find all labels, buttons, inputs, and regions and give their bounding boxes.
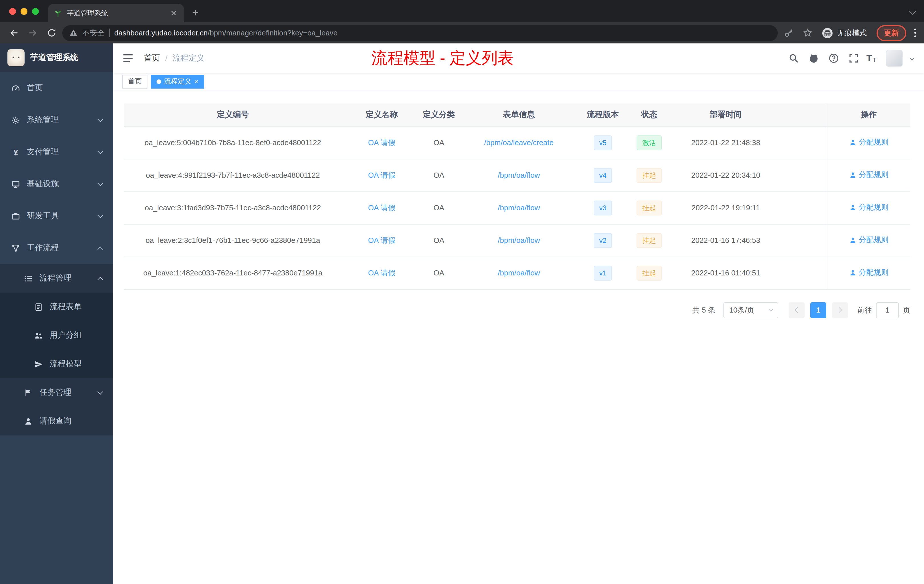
tag-home[interactable]: 首页 — [122, 74, 147, 88]
definition-category: OA — [422, 159, 456, 191]
fullscreen-button[interactable] — [846, 51, 861, 66]
sidebar-item-leave-query[interactable]: 请假查询 — [0, 407, 113, 436]
bookmark-button[interactable] — [799, 25, 815, 41]
definition-name-cell: OA 请假 — [342, 191, 422, 224]
definition-name-link[interactable]: OA 请假 — [368, 171, 395, 179]
avatar-caret-icon[interactable] — [910, 55, 914, 60]
assign-rule-link[interactable]: 分配规则 — [849, 137, 889, 148]
chevron-down-icon — [769, 307, 774, 312]
sidebar-item-label: 请假查询 — [40, 416, 71, 426]
sidebar-item-infra[interactable]: 基础设施 — [0, 168, 113, 200]
sidebar-item-task-mgmt[interactable]: 任务管理 — [0, 378, 113, 407]
sidebar-item-devtools[interactable]: 研发工具 — [0, 200, 113, 232]
screen: 芋道管理系统 不安全 dashboard.yudao.iocoder.cn/bp… — [0, 0, 924, 584]
pagination-total: 共 5 条 — [692, 305, 715, 315]
deploy-time: 2022-01-22 20:34:10 — [674, 159, 777, 191]
sidebar-item-label: 研发工具 — [27, 211, 59, 221]
col-deploy-time: 部署时间 — [674, 104, 777, 126]
page-number-button[interactable]: 1 — [810, 302, 826, 318]
assign-rule-link[interactable]: 分配规则 — [849, 170, 889, 180]
version-cell: v5 — [582, 126, 624, 159]
form-icon — [34, 303, 43, 311]
definition-name-link[interactable]: OA 请假 — [368, 138, 395, 147]
assign-rule-link[interactable]: 分配规则 — [849, 268, 889, 278]
next-page-button[interactable] — [832, 302, 848, 318]
sidebar-item-system[interactable]: 系统管理 — [0, 104, 113, 136]
browser-menu-button[interactable] — [914, 28, 916, 38]
user-avatar[interactable] — [886, 50, 903, 67]
sidebar-item-home[interactable]: 首页 — [0, 72, 113, 104]
form-info-link[interactable]: /bpm/oa/flow — [498, 236, 540, 244]
password-key-button[interactable] — [780, 25, 797, 41]
reload-button[interactable] — [43, 25, 59, 41]
back-button[interactable] — [6, 25, 22, 41]
help-button[interactable] — [826, 51, 841, 66]
version-cell: v3 — [582, 191, 624, 224]
tags-view-bar: 首页 流程定义 × — [113, 73, 924, 90]
sidebar-item-user-group[interactable]: 用户分组 — [0, 321, 113, 350]
definition-name-link[interactable]: OA 请假 — [368, 203, 395, 212]
close-tab-icon[interactable] — [169, 8, 178, 18]
goto-page-input[interactable] — [876, 302, 899, 318]
sidebar-item-payment[interactable]: ¥ 支付管理 — [0, 136, 113, 168]
address-bar[interactable]: 不安全 dashboard.yudao.iocoder.cn/bpm/manag… — [62, 25, 778, 41]
new-tab-button[interactable] — [187, 5, 203, 21]
sidebar-item-label: 流程表单 — [50, 302, 82, 312]
assign-rule-link[interactable]: 分配规则 — [849, 235, 889, 246]
form-info-link[interactable]: /bpm/oa/flow — [498, 269, 540, 277]
page-title: 流程模型 - 定义列表 — [371, 48, 514, 69]
search-button[interactable] — [786, 51, 801, 66]
page-size-select[interactable]: 10条/页 — [723, 302, 778, 318]
yen-icon: ¥ — [12, 148, 20, 156]
table-header-row: 定义编号 定义名称 定义分类 表单信息 流程版本 状态 部署时间 操作 — [124, 104, 910, 126]
form-info-link[interactable]: /bpm/oa/leave/create — [484, 138, 554, 147]
sidebar-logo[interactable]: 芋道管理系统 — [0, 43, 113, 72]
minimize-window-button[interactable] — [21, 8, 27, 15]
form-info-link[interactable]: /bpm/oa/flow — [498, 203, 540, 212]
url-domain: dashboard.yudao.iocoder.cn — [114, 28, 208, 37]
definition-category: OA — [422, 191, 456, 224]
form-info-cell: /bpm/oa/flow — [456, 224, 582, 257]
status-cell: 挂起 — [624, 159, 674, 191]
status-cell: 挂起 — [624, 257, 674, 289]
definition-name-cell: OA 请假 — [342, 257, 422, 289]
status-badge: 挂起 — [637, 200, 662, 215]
flag-icon — [24, 388, 33, 397]
chevron-down-icon — [97, 148, 103, 154]
definition-name-link[interactable]: OA 请假 — [368, 236, 395, 244]
user-group-icon — [34, 331, 43, 340]
assign-rule-link[interactable]: 分配规则 — [849, 203, 889, 213]
sidebar-item-process-model[interactable]: 流程模型 — [0, 350, 113, 378]
sidebar-item-process-form[interactable]: 流程表单 — [0, 292, 113, 321]
close-tag-icon[interactable]: × — [194, 78, 198, 85]
sidebar-item-label: 任务管理 — [40, 388, 71, 398]
github-button[interactable] — [806, 51, 821, 66]
hamburger-icon — [122, 53, 134, 63]
workflow-icon — [12, 244, 20, 252]
sidebar-toggle-button[interactable] — [122, 52, 135, 64]
maximize-window-button[interactable] — [32, 8, 39, 15]
col-process-version: 流程版本 — [582, 104, 624, 126]
tab-search-chevron-icon[interactable] — [909, 8, 916, 15]
definition-table: 定义编号 定义名称 定义分类 表单信息 流程版本 状态 部署时间 操作 oa_l… — [124, 104, 910, 289]
forward-button[interactable] — [25, 25, 41, 41]
tag-process-definition[interactable]: 流程定义 × — [151, 74, 204, 88]
version-badge: v4 — [594, 168, 612, 183]
person-icon — [849, 139, 856, 146]
font-size-button[interactable]: TT — [866, 54, 876, 63]
github-icon — [808, 53, 819, 63]
deploy-time: 2022-01-22 21:48:38 — [674, 126, 777, 159]
form-info-cell: /bpm/oa/flow — [456, 191, 582, 224]
form-info-link[interactable]: /bpm/oa/flow — [498, 171, 540, 180]
update-browser-button[interactable]: 更新 — [876, 25, 906, 41]
definition-name-link[interactable]: OA 请假 — [368, 268, 395, 277]
breadcrumb-home[interactable]: 首页 — [144, 53, 160, 63]
goto-label: 前往 — [857, 305, 872, 315]
sidebar-item-workflow[interactable]: 工作流程 — [0, 232, 113, 264]
sidebar-item-process-mgmt[interactable]: 流程管理 — [0, 264, 113, 292]
prev-page-button[interactable] — [789, 302, 805, 318]
close-window-button[interactable] — [9, 8, 16, 15]
browser-tab[interactable]: 芋道管理系统 — [48, 4, 184, 22]
sidebar: 芋道管理系统 首页 系统管理 ¥ 支付管理 — [0, 43, 113, 584]
definition-name-cell: OA 请假 — [342, 126, 422, 159]
